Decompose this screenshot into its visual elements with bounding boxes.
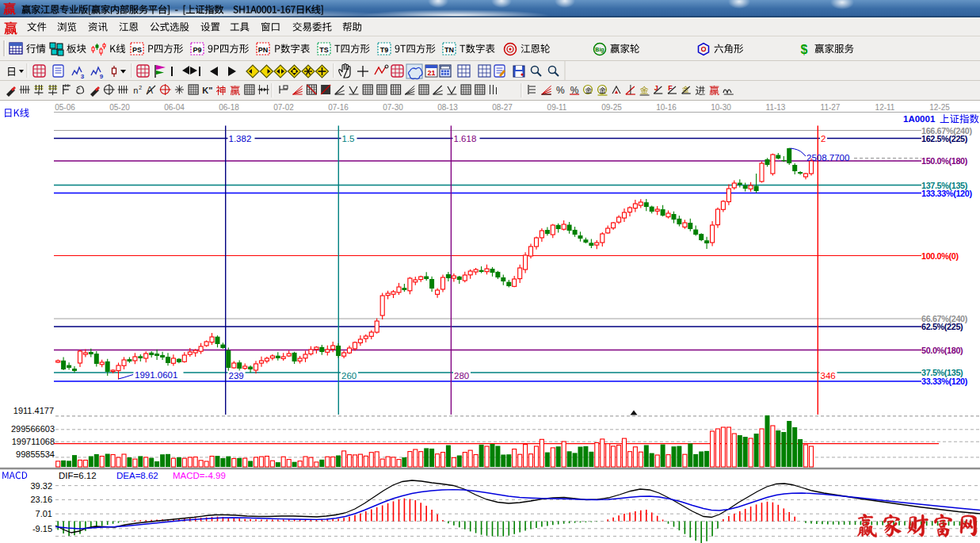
svg-text:7.01: 7.01 [36,509,52,518]
svg-text:1911.4177: 1911.4177 [13,406,54,415]
svg-text:1A0001: 1A0001 [903,114,936,124]
svg-text:162.5%(225): 162.5%(225) [921,134,968,143]
svg-text:1.5: 1.5 [342,134,355,143]
svg-text:07-02: 07-02 [273,103,294,112]
svg-text:T9: T9 [380,46,389,54]
svg-text:100.0%(0): 100.0%(0) [921,251,959,261]
svg-text:$: $ [801,43,808,56]
svg-text:06-04: 06-04 [164,103,185,112]
svg-text:08-27: 08-27 [492,103,513,112]
svg-text:239: 239 [229,371,244,380]
svg-text:2: 2 [139,85,142,90]
svg-text:150.0%(180): 150.0%(180) [921,156,968,166]
svg-text:09-25: 09-25 [601,103,622,112]
svg-text:99855534: 99855534 [16,449,55,459]
svg-text:DEA=8.62: DEA=8.62 [116,471,158,480]
svg-text:P9: P9 [193,46,201,54]
svg-text:12-25: 12-25 [929,103,950,112]
svg-text:260: 260 [341,371,357,380]
svg-text:%: % [556,85,565,96]
svg-text:MACD=-4.99: MACD=-4.99 [173,471,226,480]
svg-text:1.382: 1.382 [229,134,252,143]
svg-text:11-27: 11-27 [821,103,841,112]
svg-text:TN: TN [444,46,454,54]
svg-text:10-16: 10-16 [656,103,677,112]
svg-text:06-18: 06-18 [219,103,239,112]
svg-text:50.0%(180): 50.0%(180) [921,346,963,355]
svg-text:10-30: 10-30 [711,103,731,112]
svg-text:2: 2 [821,134,826,143]
svg-text:07-30: 07-30 [383,103,403,112]
svg-text:PN: PN [258,46,269,54]
svg-text:23.16: 23.16 [30,495,52,504]
svg-text:K": K" [202,86,212,95]
svg-text:Big: Big [595,47,604,53]
svg-text:39.32: 39.32 [30,481,52,491]
svg-text:n: n [133,86,138,95]
svg-text:-9.15: -9.15 [32,524,52,533]
svg-text:PS: PS [132,46,142,54]
svg-text:346: 346 [821,371,836,380]
svg-text:J: J [654,84,658,92]
svg-text:08-13: 08-13 [437,103,458,112]
svg-text:DIF=6.12: DIF=6.12 [59,471,97,480]
svg-text:1.618: 1.618 [454,134,477,143]
svg-text:199711068: 199711068 [12,437,55,446]
svg-text:05-20: 05-20 [109,103,130,112]
svg-text:12-11: 12-11 [875,103,895,112]
svg-text:9: 9 [100,73,104,80]
svg-text:33.33%(120): 33.33%(120) [921,377,968,386]
svg-text:05-06: 05-06 [55,103,75,112]
svg-text:TS: TS [319,46,329,54]
svg-text:133.33%(120): 133.33%(120) [921,189,972,198]
svg-text:280: 280 [454,371,469,380]
svg-text:62.5%(225): 62.5%(225) [921,322,963,331]
svg-text:3: 3 [81,73,85,80]
svg-text:299566603: 299566603 [11,424,55,434]
svg-text:21: 21 [427,69,435,77]
svg-text:2508.7700: 2508.7700 [806,153,849,163]
svg-text:09-11: 09-11 [547,103,567,112]
svg-text:A: A [147,85,153,96]
svg-text:1991.0601: 1991.0601 [135,370,177,380]
svg-text:07-16: 07-16 [328,103,349,112]
svg-text:11-13: 11-13 [766,103,786,112]
